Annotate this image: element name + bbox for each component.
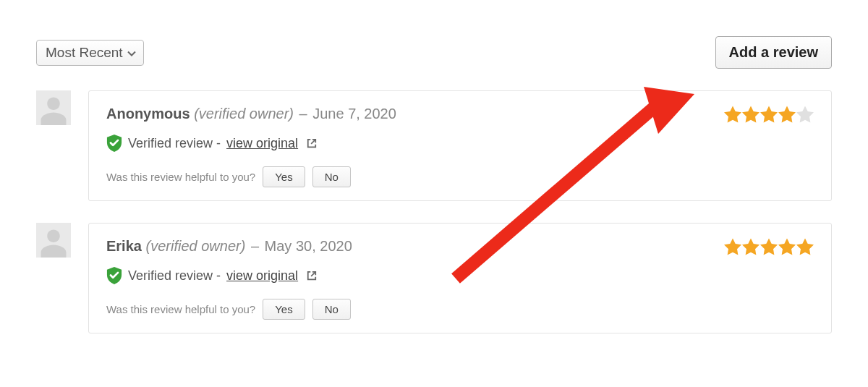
verified-review-text: Verified review - bbox=[128, 268, 221, 284]
review-head: Erika (verified owner) – May 30, 2020 bbox=[106, 238, 814, 255]
external-link-icon bbox=[304, 268, 317, 284]
star-rating bbox=[724, 106, 814, 123]
review-date: June 7, 2020 bbox=[312, 106, 396, 122]
star-rating bbox=[724, 238, 814, 255]
verified-owner-label: (verified owner) bbox=[146, 238, 246, 254]
external-link-icon bbox=[304, 136, 317, 151]
review-row: Erika (verified owner) – May 30, 2020 Ve… bbox=[36, 223, 832, 333]
verified-row: Verified review - view original bbox=[106, 135, 814, 152]
review-author: Erika bbox=[106, 238, 142, 254]
verified-row: Verified review - view original bbox=[106, 267, 814, 284]
reviews-header: Most Recent Add a review bbox=[36, 36, 832, 69]
shield-check-icon bbox=[106, 135, 122, 152]
review-author: Anonymous bbox=[106, 106, 190, 122]
sort-dropdown-label: Most Recent bbox=[46, 45, 123, 61]
verified-owner-label: (verified owner) bbox=[194, 106, 294, 122]
helpful-no-button[interactable]: No bbox=[312, 166, 351, 187]
review-row: Anonymous (verified owner) – June 7, 202… bbox=[36, 90, 832, 201]
helpful-no-button[interactable]: No bbox=[312, 299, 351, 320]
helpful-prompt: Was this review helpful to you? bbox=[106, 171, 255, 183]
sort-dropdown[interactable]: Most Recent bbox=[36, 40, 144, 66]
review-date: May 30, 2020 bbox=[265, 238, 352, 254]
helpful-yes-button[interactable]: Yes bbox=[263, 166, 305, 187]
review-meta: Anonymous (verified owner) – June 7, 202… bbox=[106, 106, 396, 122]
review-meta: Erika (verified owner) – May 30, 2020 bbox=[106, 238, 352, 255]
dash-separator: – bbox=[298, 106, 309, 122]
chevron-down-icon bbox=[127, 47, 136, 59]
dash-separator: – bbox=[250, 238, 260, 254]
avatar bbox=[36, 223, 71, 258]
shield-check-icon bbox=[106, 267, 122, 284]
helpful-prompt: Was this review helpful to you? bbox=[106, 303, 255, 315]
helpful-yes-button[interactable]: Yes bbox=[263, 299, 305, 320]
view-original-link[interactable]: view original bbox=[226, 268, 298, 284]
review-card: Anonymous (verified owner) – June 7, 202… bbox=[88, 90, 832, 201]
review-head: Anonymous (verified owner) – June 7, 202… bbox=[106, 106, 814, 123]
avatar bbox=[36, 90, 71, 125]
helpful-row: Was this review helpful to you? Yes No bbox=[106, 166, 814, 187]
view-original-link[interactable]: view original bbox=[226, 136, 298, 151]
helpful-row: Was this review helpful to you? Yes No bbox=[106, 299, 814, 320]
verified-review-text: Verified review - bbox=[128, 136, 221, 151]
review-card: Erika (verified owner) – May 30, 2020 Ve… bbox=[88, 223, 832, 333]
add-review-button[interactable]: Add a review bbox=[715, 36, 832, 69]
